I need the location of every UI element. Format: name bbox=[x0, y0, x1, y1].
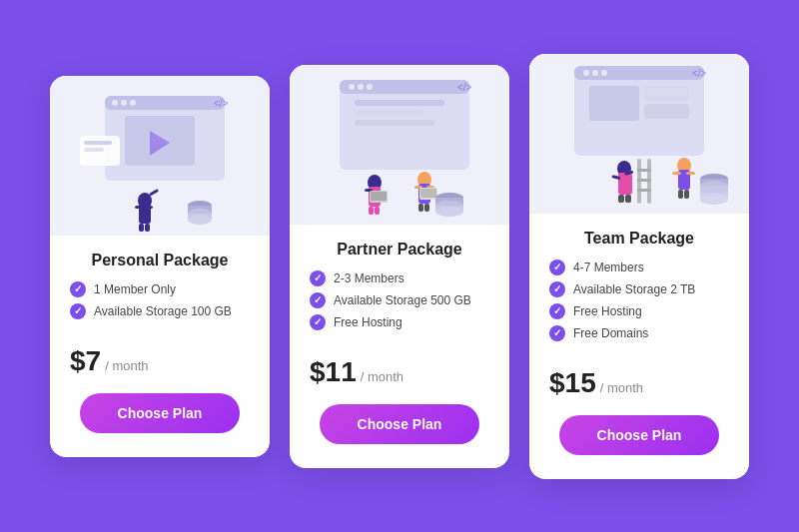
svg-rect-10 bbox=[84, 141, 112, 145]
check-icon bbox=[310, 270, 326, 286]
illustration-personal: </> bbox=[50, 76, 270, 236]
card-personal-title: Personal Package bbox=[70, 252, 250, 269]
card-partner-price: $11 / month bbox=[310, 356, 489, 388]
check-icon bbox=[310, 292, 326, 308]
svg-rect-15 bbox=[143, 206, 153, 209]
feature-item: 4-7 Members bbox=[549, 260, 729, 275]
feature-item: Free Hosting bbox=[549, 303, 729, 319]
svg-point-5 bbox=[130, 100, 136, 106]
svg-rect-70 bbox=[625, 195, 631, 203]
svg-point-54 bbox=[435, 207, 463, 217]
feature-text: 2-3 Members bbox=[334, 271, 404, 285]
feature-item: Available Storage 100 GB bbox=[70, 303, 250, 319]
feature-text: 1 Member Only bbox=[94, 282, 176, 296]
svg-rect-73 bbox=[637, 169, 651, 172]
svg-rect-69 bbox=[618, 195, 624, 203]
choose-plan-button-team[interactable]: Choose Plan bbox=[559, 415, 719, 455]
svg-point-4 bbox=[121, 100, 127, 106]
svg-text:</>: </> bbox=[692, 68, 707, 79]
check-icon bbox=[549, 260, 565, 275]
card-team-features: 4-7 Members Available Storage 2 TB Free … bbox=[549, 260, 729, 347]
price-amount: $15 bbox=[549, 367, 596, 399]
card-team-title: Team Package bbox=[549, 230, 729, 248]
card-partner-body: Partner Package 2-3 Members Available St… bbox=[290, 225, 509, 404]
card-personal-body: Personal Package 1 Member Only Available… bbox=[50, 236, 270, 393]
check-icon bbox=[549, 303, 565, 319]
feature-text: Free Hosting bbox=[334, 315, 402, 329]
card-personal-price: $7 / month bbox=[70, 345, 250, 377]
check-icon bbox=[70, 281, 86, 297]
svg-rect-32 bbox=[355, 110, 424, 116]
svg-rect-11 bbox=[84, 148, 104, 152]
svg-rect-38 bbox=[369, 207, 374, 215]
price-amount: $11 bbox=[310, 356, 357, 388]
price-period: / month bbox=[105, 358, 148, 373]
svg-rect-16 bbox=[139, 224, 144, 232]
check-icon bbox=[549, 325, 565, 341]
svg-rect-39 bbox=[375, 207, 380, 215]
svg-point-58 bbox=[583, 70, 589, 76]
svg-point-88 bbox=[700, 195, 728, 205]
card-team-body: Team Package 4-7 Members Available Stora… bbox=[529, 214, 749, 415]
card-partner-title: Partner Package bbox=[310, 241, 489, 259]
check-icon bbox=[70, 303, 86, 319]
svg-rect-31 bbox=[355, 100, 444, 106]
price-period: / month bbox=[361, 369, 403, 384]
feature-text: 4-7 Members bbox=[573, 261, 644, 274]
choose-plan-button-personal[interactable]: Choose Plan bbox=[80, 393, 240, 433]
svg-rect-64 bbox=[644, 104, 689, 119]
svg-point-60 bbox=[601, 70, 607, 76]
card-team: </> bbox=[529, 54, 749, 479]
pricing-cards-container: </> bbox=[30, 34, 769, 499]
feature-item: Free Domains bbox=[549, 325, 729, 341]
feature-text: Free Hosting bbox=[573, 304, 642, 318]
svg-rect-62 bbox=[589, 86, 639, 121]
choose-plan-button-partner[interactable]: Choose Plan bbox=[320, 404, 479, 444]
svg-point-29 bbox=[367, 84, 373, 90]
card-team-price: $15 / month bbox=[549, 367, 729, 399]
price-amount: $7 bbox=[70, 345, 101, 377]
svg-rect-81 bbox=[684, 190, 689, 199]
feature-item: Available Storage 500 GB bbox=[310, 292, 489, 308]
svg-rect-33 bbox=[355, 120, 434, 126]
svg-point-3 bbox=[112, 100, 118, 106]
card-partner: </> bbox=[290, 65, 509, 468]
svg-point-27 bbox=[349, 84, 355, 90]
svg-rect-49 bbox=[420, 189, 436, 198]
svg-rect-47 bbox=[424, 204, 429, 212]
svg-rect-75 bbox=[637, 189, 651, 192]
svg-rect-78 bbox=[672, 172, 681, 175]
feature-text: Available Storage 100 GB bbox=[94, 304, 232, 318]
feature-item: Available Storage 2 TB bbox=[549, 281, 729, 297]
illustration-team: </> bbox=[529, 54, 749, 214]
svg-text:</>: </> bbox=[214, 98, 229, 109]
svg-rect-46 bbox=[418, 204, 423, 212]
illustration-partner: </> bbox=[290, 65, 509, 225]
check-icon bbox=[549, 281, 565, 297]
svg-rect-74 bbox=[637, 179, 651, 182]
card-partner-features: 2-3 Members Available Storage 500 GB Fre… bbox=[310, 270, 489, 336]
svg-rect-79 bbox=[686, 172, 695, 175]
check-icon bbox=[310, 314, 326, 330]
svg-point-28 bbox=[358, 84, 364, 90]
card-personal: </> bbox=[50, 76, 270, 457]
svg-point-59 bbox=[592, 70, 598, 76]
svg-rect-63 bbox=[644, 86, 689, 101]
feature-item: Free Hosting bbox=[310, 314, 489, 330]
svg-rect-41 bbox=[371, 192, 387, 201]
feature-text: Free Domains bbox=[573, 326, 648, 340]
card-personal-features: 1 Member Only Available Storage 100 GB bbox=[70, 281, 250, 325]
svg-text:</>: </> bbox=[457, 82, 472, 93]
feature-text: Available Storage 2 TB bbox=[573, 282, 695, 296]
feature-text: Available Storage 500 GB bbox=[334, 293, 471, 307]
price-period: / month bbox=[600, 380, 643, 395]
feature-item: 2-3 Members bbox=[310, 270, 489, 286]
feature-item: 1 Member Only bbox=[70, 281, 250, 297]
svg-rect-66 bbox=[618, 173, 632, 195]
svg-point-23 bbox=[188, 215, 212, 225]
svg-rect-80 bbox=[678, 190, 683, 199]
svg-rect-17 bbox=[145, 224, 150, 232]
